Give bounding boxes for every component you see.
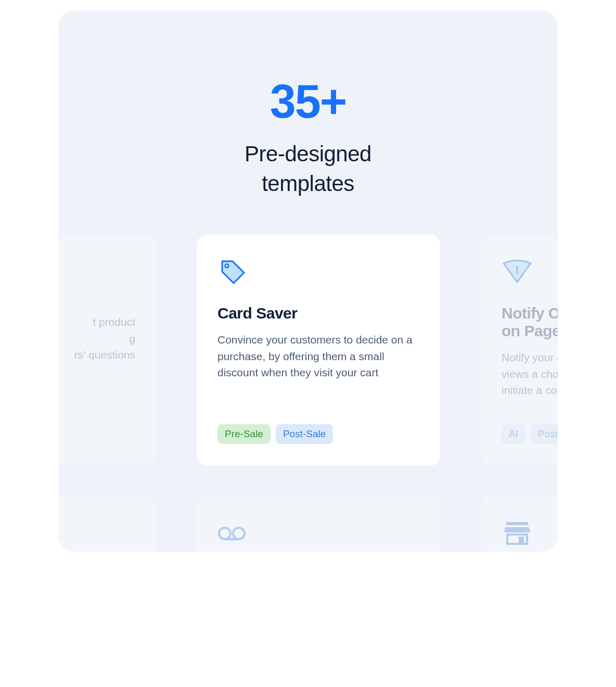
template-card-bottom-middle[interactable] (197, 496, 440, 552)
store-icon (502, 518, 533, 549)
svg-rect-6 (506, 522, 528, 525)
svg-point-3 (219, 528, 230, 539)
hero-subtitle: Pre-designed templates (58, 139, 558, 198)
template-cards-row: t product g rs' questions Card Saver Con… (58, 235, 558, 466)
card-tags: Pre-Sale Post-Sale (217, 424, 419, 444)
template-card-notify[interactable]: Notify Op on Page Notify your o views a … (481, 235, 558, 466)
svg-rect-8 (519, 537, 524, 544)
card-description: Convince your customers to decide on a p… (217, 332, 419, 424)
voicemail-icon (217, 518, 249, 549)
card-tags: AI Post-Sale (502, 424, 558, 444)
templates-showcase: 35+ Pre-designed templates t product g r… (58, 10, 558, 552)
card-description: Notify your o views a chose initiate a c… (502, 349, 558, 424)
template-cards-row-2 (58, 496, 558, 552)
tag-icon (217, 257, 249, 288)
template-card-bottom-left[interactable] (58, 496, 156, 552)
card-title: Notify Op on Page (502, 304, 558, 340)
wifi-icon (502, 257, 533, 288)
template-card-card-saver[interactable]: Card Saver Convince your customers to de… (197, 235, 440, 466)
hero-section: 35+ Pre-designed templates (58, 10, 558, 235)
tag-ai: AI (502, 424, 525, 444)
tag-post-sale: Post-Sale (276, 424, 333, 444)
card-title: Card Saver (217, 304, 419, 322)
tag-pre-sale: Pre-Sale (217, 424, 271, 444)
svg-point-1 (516, 266, 519, 269)
template-card-left[interactable]: t product g rs' questions (58, 235, 156, 466)
template-card-bottom-right[interactable] (481, 496, 558, 552)
template-count: 35+ (58, 78, 558, 125)
tag-post-sale: Post-Sale (531, 424, 558, 444)
svg-rect-7 (507, 535, 527, 544)
svg-point-4 (233, 528, 245, 539)
card-description: t product g rs' questions (58, 314, 135, 444)
